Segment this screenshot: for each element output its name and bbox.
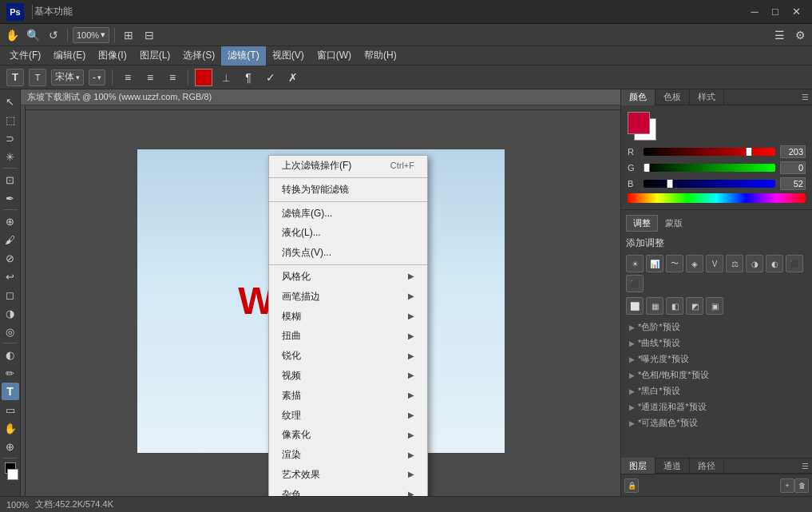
warp-text-icon[interactable]: ⟂	[217, 69, 235, 86]
filter-vanishing-point[interactable]: 消失点(V)...	[269, 243, 427, 263]
align-left-icon[interactable]: ≡	[119, 69, 137, 86]
tab-styles[interactable]: 样式	[690, 89, 724, 105]
channel-r-slider[interactable]	[644, 148, 775, 156]
tab-masks[interactable]: 蒙版	[658, 215, 690, 232]
preset-curves[interactable]: ▶ *曲线*预设	[626, 335, 807, 351]
invert-adjust-btn[interactable]: ⬜	[626, 297, 644, 315]
filter-last-op[interactable]: 上次滤镜操作(F) Ctrl+F	[269, 156, 427, 176]
gradient-map-btn[interactable]: ◩	[686, 297, 703, 315]
vibrance-adjust-btn[interactable]: V	[706, 255, 723, 272]
eraser-tool[interactable]: ◻	[2, 286, 19, 304]
channel-b-slider[interactable]	[644, 180, 775, 188]
extra-icon-2[interactable]: ⚙	[791, 26, 809, 44]
filter-video[interactable]: 视频 ▶	[269, 366, 427, 386]
align-right-icon[interactable]: ≡	[164, 69, 181, 86]
lasso-tool[interactable]: ⊃	[2, 129, 19, 147]
tab-color[interactable]: 颜色	[621, 89, 656, 105]
char-panel-icon[interactable]: ¶	[240, 69, 257, 86]
gradient-tool[interactable]: ◑	[2, 304, 19, 322]
marquee-tool[interactable]: ⬚	[2, 111, 19, 129]
preset-hue-sat[interactable]: ▶ *色相/饱和度*预设	[626, 367, 807, 383]
brush-tool[interactable]: 🖌	[2, 231, 19, 248]
posterize-adjust-btn[interactable]: ▦	[646, 297, 663, 315]
preset-bw[interactable]: ▶ *黑白*预设	[626, 383, 807, 399]
menu-select[interactable]: 选择(S)	[176, 46, 221, 65]
channel-b-thumb[interactable]	[667, 180, 673, 188]
preset-selective-color[interactable]: ▶ *可选颜色*预设	[626, 415, 807, 431]
curves-adjust-btn[interactable]: 〜	[666, 255, 683, 272]
menu-edit[interactable]: 编辑(E)	[47, 46, 92, 65]
zoom-tool[interactable]: ⊕	[2, 438, 19, 455]
tab-channels[interactable]: 通道	[656, 458, 690, 474]
filter-distort[interactable]: 扭曲 ▶	[269, 326, 427, 346]
blur-tool[interactable]: ◎	[2, 323, 19, 340]
maximize-button[interactable]: □	[766, 4, 785, 20]
selective-color-btn[interactable]: ▣	[706, 297, 723, 315]
shape-tool[interactable]: ▭	[2, 401, 19, 419]
commit-icon[interactable]: ✓	[262, 69, 279, 86]
font-family-select[interactable]: 宋体 ▾	[51, 69, 84, 85]
filter-convert-smart[interactable]: 转换为智能滤镜	[269, 180, 427, 200]
lock-layer-btn[interactable]: 🔒	[624, 478, 639, 493]
minimize-button[interactable]: ─	[745, 4, 764, 20]
foreground-color-swatch[interactable]	[628, 112, 650, 134]
dodge-tool[interactable]: ◐	[2, 346, 19, 363]
tab-layers[interactable]: 图层	[621, 458, 656, 474]
rotate-tool-icon[interactable]: ↺	[45, 26, 62, 44]
canvas-tab[interactable]: 东坡下载测试 @ 100% (www.uzzf.com, RGB/8)	[21, 89, 620, 105]
panel-menu-icon[interactable]: ☰	[798, 93, 812, 101]
text-tool-btn[interactable]: T	[6, 69, 24, 86]
menu-file[interactable]: 文件(F)	[3, 46, 47, 65]
exposure-adjust-btn[interactable]: ◈	[686, 255, 703, 272]
hand-tool[interactable]: ✋	[2, 419, 19, 437]
clone-tool[interactable]: ⊘	[2, 249, 19, 267]
cancel-icon[interactable]: ✗	[284, 69, 302, 86]
hue-sat-adjust-btn[interactable]: ⚖	[726, 255, 743, 272]
delete-layer-btn[interactable]: 🗑	[794, 478, 809, 493]
text-tool[interactable]: T	[2, 383, 19, 400]
levels-adjust-btn[interactable]: 📊	[646, 255, 663, 272]
align-center-icon[interactable]: ≡	[141, 69, 159, 86]
bw-adjust-btn[interactable]: ◐	[766, 255, 783, 272]
text-tool-btn-2[interactable]: T	[29, 69, 46, 86]
brightness-adjust-btn[interactable]: ☀	[626, 255, 644, 272]
arrange-icon[interactable]: ⊟	[141, 26, 158, 44]
filter-render[interactable]: 渲染 ▶	[269, 445, 427, 465]
preset-exposure[interactable]: ▶ *曝光度*预设	[626, 351, 807, 367]
preset-channel-mixer[interactable]: ▶ *通道混和器*预设	[626, 399, 807, 415]
threshold-adjust-btn[interactable]: ◧	[666, 297, 683, 315]
filter-artistic[interactable]: 艺术效果 ▶	[269, 465, 427, 485]
tab-swatches[interactable]: 色板	[656, 89, 690, 105]
filter-liquify[interactable]: 液化(L)...	[269, 223, 427, 243]
eyedropper-tool[interactable]: ✒	[2, 189, 19, 207]
wand-tool[interactable]: ✳	[2, 148, 19, 165]
color-spectrum[interactable]	[628, 193, 806, 203]
extra-icon-1[interactable]: ☰	[770, 26, 788, 44]
menu-image[interactable]: 图像(I)	[92, 46, 133, 65]
zoom-tool-icon[interactable]: 🔍	[24, 26, 42, 44]
menu-view[interactable]: 视图(V)	[266, 46, 311, 65]
move-tool[interactable]: ↖	[2, 93, 19, 110]
filter-stylize[interactable]: 风格化 ▶	[269, 267, 427, 287]
menu-layer[interactable]: 图层(L)	[133, 46, 177, 65]
grid-icon[interactable]: ⊞	[120, 26, 137, 44]
filter-gallery[interactable]: 滤镜库(G)...	[269, 204, 427, 224]
history-tool[interactable]: ↩	[2, 268, 19, 285]
photo-filter-btn[interactable]: ⬛	[786, 255, 803, 272]
color-swatch[interactable]	[195, 69, 212, 86]
menu-filter[interactable]: 滤镜(T)	[221, 46, 265, 65]
tab-paths[interactable]: 路径	[690, 458, 724, 474]
background-color[interactable]	[7, 469, 18, 480]
menu-window[interactable]: 窗口(W)	[311, 46, 358, 65]
channel-g-slider[interactable]	[644, 164, 775, 172]
new-layer-btn[interactable]: +	[780, 478, 794, 493]
font-style-select[interactable]: - ▾	[89, 69, 105, 85]
pen-tool[interactable]: ✏	[2, 364, 19, 382]
hand-tool-icon[interactable]: ✋	[3, 26, 21, 44]
filter-sharpen[interactable]: 锐化 ▶	[269, 346, 427, 366]
tab-adjustments[interactable]: 调整	[626, 215, 658, 232]
panel-bottom-menu-icon[interactable]: ☰	[798, 462, 812, 470]
channel-g-value[interactable]: 0	[780, 161, 806, 174]
channel-mixer-btn[interactable]: ⬛	[626, 275, 644, 292]
channel-b-value[interactable]: 52	[780, 177, 806, 190]
